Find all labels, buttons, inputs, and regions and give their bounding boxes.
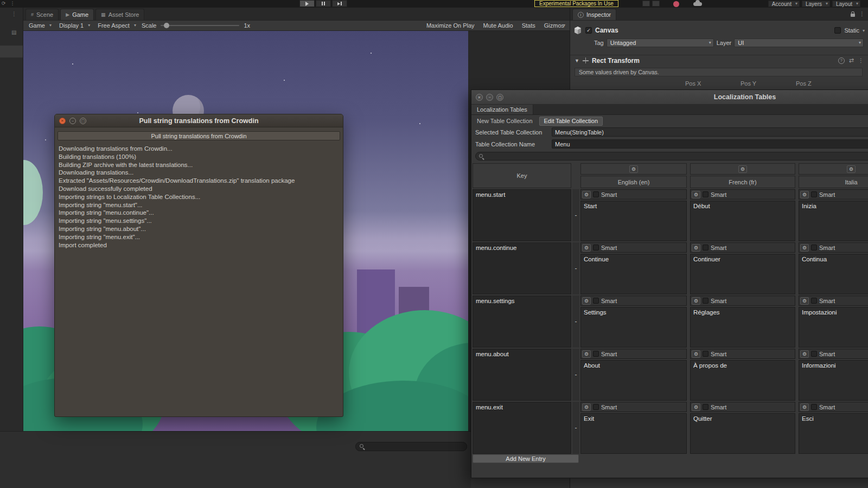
smart-string-icon[interactable]: ⚙ — [582, 297, 591, 305]
play-button[interactable] — [299, 0, 315, 7]
smart-string-icon[interactable]: ⚙ — [692, 244, 700, 252]
smart-checkbox[interactable] — [811, 191, 817, 197]
smart-checkbox[interactable] — [703, 245, 709, 251]
layer-dropdown[interactable]: UI — [734, 38, 864, 47]
pause-button[interactable] — [316, 0, 331, 7]
bottom-search-field[interactable] — [355, 442, 467, 451]
layout-dropdown[interactable]: Layout — [832, 1, 860, 7]
presets-icon[interactable]: ⇄ — [849, 57, 854, 64]
smart-string-icon[interactable]: ⚙ — [692, 403, 700, 411]
smart-string-icon[interactable]: ⚙ — [582, 403, 591, 411]
aspect-dropdown[interactable]: Free Aspect — [95, 22, 137, 29]
help-icon[interactable]: ? — [838, 57, 845, 64]
translation-value[interactable]: Start — [580, 201, 687, 241]
translation-value[interactable]: Début — [690, 201, 795, 241]
minimize-icon[interactable]: − — [486, 94, 493, 101]
translation-value[interactable]: Inizia — [799, 201, 868, 241]
gear-icon[interactable]: ⚙ — [738, 165, 747, 173]
key-cell[interactable]: menu.settings — [473, 296, 571, 348]
smart-string-icon[interactable]: ⚙ — [582, 191, 591, 198]
lock-icon[interactable] — [851, 14, 855, 17]
account-dropdown[interactable]: Account — [768, 1, 800, 7]
smart-string-icon[interactable]: ⚙ — [800, 297, 809, 305]
toolbar-mini-button[interactable] — [642, 1, 650, 7]
column-settings-en[interactable]: ⚙ — [580, 163, 687, 175]
tab-scene[interactable]: # Scene — [25, 9, 59, 20]
smart-checkbox[interactable] — [593, 191, 599, 197]
kebab-menu-icon[interactable]: ⋮ — [858, 57, 864, 63]
static-dropdown-icon[interactable]: ▾ — [863, 28, 865, 33]
minimize-icon[interactable]: − — [69, 118, 76, 124]
gear-icon[interactable]: ⚙ — [629, 165, 638, 173]
toolbar-mini-button[interactable] — [652, 1, 660, 7]
smart-checkbox[interactable] — [703, 298, 709, 304]
tab-game[interactable]: ▶ Game — [60, 9, 94, 20]
new-table-collection-tab[interactable]: New Table Collection — [473, 117, 537, 125]
pull-translations-button[interactable]: Pull string translations from Crowdin — [58, 131, 340, 140]
gameobject-name[interactable]: Canvas — [595, 27, 831, 34]
smart-checkbox[interactable] — [593, 404, 599, 410]
gear-icon[interactable]: ⚙ — [847, 165, 856, 173]
smart-string-icon[interactable]: ⚙ — [582, 244, 591, 252]
add-new-entry-button[interactable]: Add New Entry — [473, 454, 579, 463]
crowdin-titlebar[interactable]: ✕ − ▢ Pull string translations from Crow… — [55, 114, 343, 127]
collection-name-input[interactable]: Menu — [552, 139, 868, 149]
edit-table-collection-tab[interactable]: Edit Table Collection — [539, 117, 603, 126]
key-cell[interactable]: menu.about — [473, 349, 571, 401]
close-icon[interactable]: ✕ — [59, 118, 66, 124]
rect-transform-header[interactable]: ▼ Rect Transform ? ⇄ ⋮ — [570, 55, 868, 66]
step-button[interactable] — [332, 0, 347, 7]
translation-value[interactable]: À propos de — [690, 360, 795, 401]
static-checkbox[interactable] — [834, 27, 841, 34]
translation-value[interactable]: Quitter — [690, 413, 795, 454]
tab-asset-store[interactable]: ▦ Asset Store — [95, 9, 144, 20]
smart-string-icon[interactable]: ⚙ — [692, 350, 700, 358]
mute-audio-toggle[interactable]: Mute Audio — [481, 22, 515, 29]
smart-string-icon[interactable]: ⚙ — [582, 350, 591, 358]
smart-checkbox[interactable] — [703, 191, 709, 197]
tab-localization-tables[interactable]: Localization Tables — [471, 105, 533, 114]
remove-entry-button[interactable]: - — [575, 425, 577, 431]
remove-entry-button[interactable]: - — [575, 213, 577, 218]
experimental-packages-warning[interactable]: Experimental Packages In Use — [534, 0, 618, 7]
maximize-icon[interactable]: ▢ — [80, 118, 86, 124]
localization-titlebar[interactable]: ✕ − ▢ Localization Tables — [471, 90, 868, 105]
smart-checkbox[interactable] — [811, 404, 817, 410]
cloud-icon[interactable] — [693, 2, 702, 6]
remove-entry-button[interactable]: - — [575, 266, 577, 271]
layers-dropdown[interactable]: Layers — [802, 1, 830, 7]
table-search-field[interactable] — [475, 152, 868, 160]
menu-icon[interactable]: ⋮ — [10, 1, 15, 6]
smart-checkbox[interactable] — [811, 351, 817, 357]
smart-string-icon[interactable]: ⚙ — [800, 244, 809, 252]
translation-value[interactable]: Esci — [799, 413, 868, 454]
scale-slider[interactable] — [161, 25, 239, 26]
translation-value[interactable]: Informazioni — [799, 360, 868, 401]
remove-entry-button[interactable]: - — [575, 319, 577, 324]
smart-checkbox[interactable] — [593, 298, 599, 304]
active-checkbox[interactable]: ✓ — [585, 27, 592, 34]
column-header-fr[interactable]: French (fr) — [690, 176, 795, 188]
translation-value[interactable]: Settings — [580, 307, 687, 348]
smart-string-icon[interactable]: ⚙ — [800, 191, 809, 198]
menu-icon[interactable]: ⋮ — [11, 11, 17, 17]
smart-string-icon[interactable]: ⚙ — [800, 403, 809, 411]
game-mode-dropdown[interactable]: Game — [27, 22, 53, 29]
translation-value[interactable]: Exit — [580, 413, 687, 454]
column-settings-it[interactable]: ⚙ — [799, 163, 868, 175]
key-column-header[interactable]: Key — [473, 163, 571, 188]
gizmos-dropdown[interactable]: Gizmos — [542, 22, 566, 29]
smart-checkbox[interactable] — [811, 298, 817, 304]
kebab-menu-icon[interactable]: ⋮ — [859, 11, 865, 17]
translation-value[interactable]: Continua — [799, 254, 868, 294]
tag-dropdown[interactable]: Untagged — [607, 38, 714, 47]
maximize-icon[interactable]: ▢ — [496, 94, 503, 101]
smart-string-icon[interactable]: ⚙ — [692, 297, 700, 305]
smart-checkbox[interactable] — [703, 404, 709, 410]
translation-value[interactable]: Continuer — [690, 254, 795, 294]
smart-checkbox[interactable] — [593, 245, 599, 251]
key-cell[interactable]: menu.start — [473, 189, 571, 241]
translation-value[interactable]: Continue — [580, 254, 687, 294]
collab-icon[interactable] — [673, 1, 679, 7]
column-settings-fr[interactable]: ⚙ — [690, 163, 795, 175]
